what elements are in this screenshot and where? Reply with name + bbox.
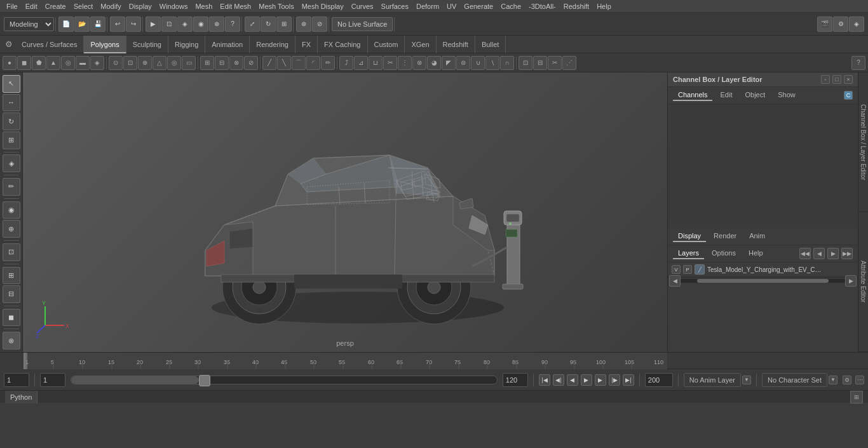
bridge-icon-btn[interactable]: ⊔ bbox=[369, 56, 383, 70]
layer-tab-anim[interactable]: Anim bbox=[744, 231, 770, 242]
menu-edit-mesh[interactable]: Edit Mesh bbox=[216, 0, 255, 13]
channel-box-vert-label[interactable]: Channel Box / Layer Editor bbox=[858, 72, 868, 212]
python-tab[interactable]: Python bbox=[5, 391, 37, 404]
multicut-icon-btn[interactable]: ✂ bbox=[383, 56, 397, 70]
anim-range-thumb[interactable] bbox=[199, 375, 210, 386]
scale-tool-btn[interactable]: ⊞ bbox=[3, 132, 20, 149]
panel-float-btn[interactable]: □ bbox=[832, 75, 841, 84]
bevel-icon-btn[interactable]: ⊿ bbox=[354, 56, 368, 70]
pipe-icon-btn[interactable]: ⊗ bbox=[229, 56, 243, 70]
menu-modify[interactable]: Modify bbox=[97, 0, 125, 13]
mode-select[interactable]: Modeling Rigging Animation bbox=[4, 17, 54, 31]
tab-rigging[interactable]: Rigging bbox=[168, 36, 205, 53]
play-fwd-btn[interactable]: ▶ bbox=[581, 374, 592, 386]
char-set-arrow-btn[interactable]: ▼ bbox=[829, 376, 837, 384]
next-frame-btn[interactable]: ▶ bbox=[595, 374, 606, 386]
live-surface-btn[interactable]: No Live Surface bbox=[332, 17, 393, 31]
nurbs-cyl-icon-btn[interactable]: ⊕ bbox=[138, 56, 152, 70]
show-hide-btn[interactable]: ◉ bbox=[3, 201, 20, 219]
torus-icon-btn[interactable]: ◎ bbox=[61, 56, 75, 70]
extrude-icon-btn[interactable]: ⤴ bbox=[339, 56, 353, 70]
lasso-btn[interactable]: ⊡ bbox=[161, 17, 177, 32]
snap-btn[interactable]: ⊕ bbox=[209, 17, 224, 32]
planar-icon-btn[interactable]: ⊟ bbox=[533, 56, 547, 70]
tab-redshift[interactable]: Redshift bbox=[437, 36, 475, 53]
tab-bullet[interactable]: Bullet bbox=[475, 36, 506, 53]
curve-ep-icon-btn[interactable]: ╲ bbox=[277, 56, 291, 70]
grid-icon-btn[interactable]: ⊞ bbox=[200, 56, 214, 70]
layer-tab-display[interactable]: Display bbox=[673, 231, 706, 242]
tab-show[interactable]: Show bbox=[773, 90, 801, 101]
menu-edit[interactable]: Edit bbox=[22, 0, 41, 13]
redo-btn[interactable]: ↪ bbox=[126, 17, 141, 32]
anim-range-bar[interactable] bbox=[71, 376, 498, 384]
cube-icon-btn[interactable]: ◼ bbox=[17, 56, 31, 70]
tab-object[interactable]: Object bbox=[740, 90, 770, 101]
curve-arc-icon-btn[interactable]: ◜ bbox=[306, 56, 320, 70]
triangulate-icon-btn[interactable]: ◤ bbox=[442, 56, 456, 70]
menu-mesh[interactable]: Mesh bbox=[191, 0, 216, 13]
cut-seams-icon-btn[interactable]: ✂ bbox=[548, 56, 562, 70]
mirror-icon-btn[interactable]: ⊜ bbox=[456, 56, 470, 70]
menu-uv[interactable]: UV bbox=[443, 0, 460, 13]
move-btn[interactable]: ⤢ bbox=[245, 17, 260, 32]
tab-rendering[interactable]: Rendering bbox=[250, 36, 295, 53]
help-icon-btn[interactable]: ? bbox=[851, 56, 865, 70]
move-tool-btn[interactable]: ↔ bbox=[3, 94, 20, 112]
tab-fx-caching[interactable]: FX Caching bbox=[318, 36, 367, 53]
curve-cv-icon-btn[interactable]: ╱ bbox=[262, 56, 276, 70]
tab-sculpting[interactable]: Sculpting bbox=[126, 36, 168, 53]
cb-icon-btn[interactable]: C bbox=[844, 91, 853, 100]
prev-frame-btn[interactable]: ◀ bbox=[567, 374, 578, 386]
bool-diff-icon-btn[interactable]: ∖ bbox=[485, 56, 499, 70]
go-end-btn[interactable]: ▶| bbox=[623, 374, 634, 386]
tab-edit[interactable]: Edit bbox=[715, 90, 737, 101]
tab-curves-surfaces[interactable]: Curves / Surfaces bbox=[15, 36, 84, 53]
bool-int-icon-btn[interactable]: ∩ bbox=[500, 56, 514, 70]
prev-key-btn[interactable]: ◀| bbox=[553, 374, 564, 386]
layer-scroll-thumb[interactable] bbox=[697, 279, 829, 283]
select-btn[interactable]: ▶ bbox=[146, 17, 161, 32]
attribute-editor-vert-label[interactable]: Attribute Editor bbox=[858, 212, 868, 352]
tab-custom[interactable]: Custom bbox=[368, 36, 405, 53]
menu-help[interactable]: Help bbox=[593, 0, 615, 13]
go-start-btn[interactable]: |◀ bbox=[539, 374, 550, 386]
anim-options-btn[interactable]: ⋯ bbox=[855, 376, 864, 384]
layer-scroll-right-btn[interactable]: ▶ bbox=[845, 275, 857, 287]
layer-fwd-btn[interactable]: ▶▶ bbox=[841, 248, 853, 259]
current-frame-field[interactable] bbox=[4, 373, 29, 387]
next-key-btn[interactable]: |▶ bbox=[609, 374, 620, 386]
layer-back-btn[interactable]: ◀◀ bbox=[799, 248, 811, 259]
timeline-ruler[interactable]: 1 5 10 15 20 25 30 35 40 45 50 bbox=[23, 353, 667, 369]
menu-generate[interactable]: Generate bbox=[460, 0, 497, 13]
menu-deform[interactable]: Deform bbox=[412, 0, 443, 13]
anim-layer-btn[interactable]: No Anim Layer bbox=[684, 373, 741, 387]
settings-gear-icon[interactable]: ⚙ bbox=[3, 38, 15, 51]
nurbs-sphere-icon-btn[interactable]: ⊙ bbox=[109, 56, 123, 70]
nav-btn[interactable]: ⊗ bbox=[3, 332, 20, 350]
snap-curve-btn[interactable]: ⊟ bbox=[3, 285, 20, 303]
smooth-icon-btn[interactable]: ◕ bbox=[427, 56, 441, 70]
layer-tab-render[interactable]: Render bbox=[709, 231, 742, 242]
snap-grid-btn[interactable]: ⊞ bbox=[3, 267, 20, 285]
tab-channels[interactable]: Channels bbox=[673, 90, 712, 101]
select-tool-btn[interactable]: ↖ bbox=[3, 75, 20, 93]
layer-scroll-left-btn[interactable]: ◀ bbox=[669, 275, 681, 287]
menu-mesh-display[interactable]: Mesh Display bbox=[298, 0, 348, 13]
panel-close-btn[interactable]: × bbox=[844, 75, 853, 84]
bool-union-icon-btn[interactable]: ∪ bbox=[471, 56, 485, 70]
soft-btn[interactable]: ◉ bbox=[193, 17, 208, 32]
rotate-tool-btn[interactable]: ↻ bbox=[3, 112, 20, 130]
curve-bezier-icon-btn[interactable]: ⌒ bbox=[292, 56, 306, 70]
cone-icon-btn[interactable]: ▲ bbox=[46, 56, 60, 70]
layer-scrollbar[interactable]: ◀ ▶ bbox=[668, 277, 858, 283]
insert-loop-icon-btn[interactable]: ⋮ bbox=[398, 56, 412, 70]
save-scene-btn[interactable]: 💾 bbox=[90, 17, 105, 32]
anim-end-field[interactable] bbox=[645, 373, 673, 387]
layer-prev-btn[interactable]: ◀ bbox=[813, 248, 825, 259]
menu-mesh-tools[interactable]: Mesh Tools bbox=[255, 0, 297, 13]
anim-layer-arrow-btn[interactable]: ▼ bbox=[742, 376, 751, 384]
soft-select-btn[interactable]: ◈ bbox=[3, 154, 20, 172]
target-weld-icon-btn[interactable]: ⊛ bbox=[412, 56, 426, 70]
tab-polygons[interactable]: Polygons bbox=[84, 36, 126, 53]
